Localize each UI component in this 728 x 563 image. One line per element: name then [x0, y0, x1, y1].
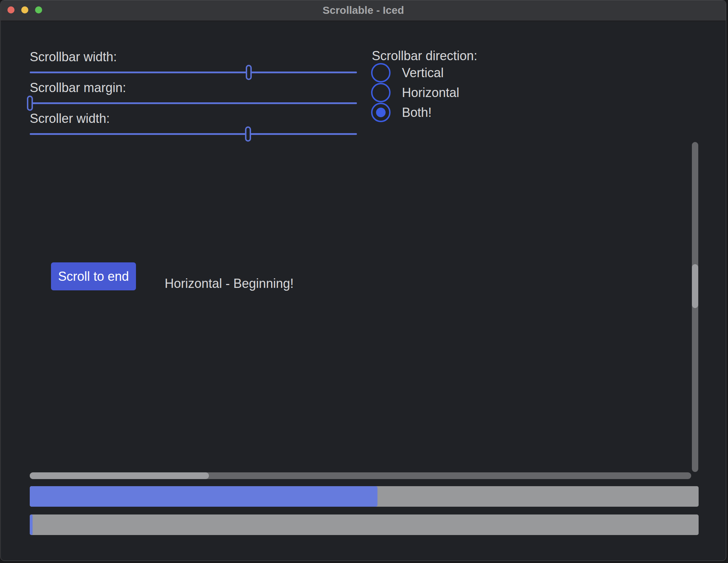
radio-both-circle[interactable]	[371, 103, 391, 122]
scroller-width-slider-handle[interactable]	[245, 126, 251, 142]
scrollbar-width-slider-track[interactable]	[30, 72, 357, 73]
app-window: Scrollable - Iced Scrollbar width:Scroll…	[0, 0, 726, 561]
scrollbar-direction-group: Scrollbar direction: VerticalHorizontalB…	[371, 50, 477, 123]
scroller-width-group: Scroller width:	[30, 111, 357, 142]
vertical-progress-bar	[30, 514, 699, 535]
vertical-scrollbar-thumb[interactable]	[692, 264, 698, 308]
vertical-scrollbar-track[interactable]	[692, 142, 698, 472]
radio-both-dot	[376, 108, 386, 117]
scroll-to-end-button[interactable]: Scroll to end	[51, 262, 136, 290]
scrollbar-width-group: Scrollbar width:	[30, 49, 357, 80]
horizontal-progress-bar	[30, 486, 699, 507]
vertical-progress-fill	[30, 514, 33, 535]
scrollbar-margin-slider[interactable]	[30, 96, 357, 111]
scrollbar-margin-label: Scrollbar margin:	[30, 80, 357, 96]
window-title: Scrollable - Iced	[1, 0, 726, 20]
slider-controls: Scrollbar width:Scrollbar margin:Scrolle…	[30, 49, 357, 142]
radio-horizontal[interactable]: Horizontal	[371, 83, 477, 102]
scrollbar-margin-slider-track[interactable]	[30, 102, 357, 104]
radio-horizontal-circle[interactable]	[371, 83, 391, 102]
scroller-width-slider-track[interactable]	[30, 133, 357, 135]
horizontal-scrollbar-track[interactable]	[30, 472, 691, 479]
radio-horizontal-label: Horizontal	[402, 85, 459, 100]
scrollbar-margin-group: Scrollbar margin:	[30, 80, 357, 111]
scrollbar-width-label: Scrollbar width:	[30, 49, 357, 65]
radio-both-label: Both!	[402, 105, 432, 120]
scroller-width-label: Scroller width:	[30, 111, 357, 126]
scroll-status-text: Horizontal - Beginning!	[165, 276, 294, 291]
radio-vertical[interactable]: Vertical	[371, 63, 477, 83]
scrollbar-width-slider-handle[interactable]	[246, 65, 252, 80]
window-titlebar[interactable]: Scrollable - Iced	[1, 0, 726, 21]
radio-vertical-label: Vertical	[402, 66, 444, 80]
horizontal-progress-fill	[30, 486, 377, 507]
scrollbar-direction-label: Scrollbar direction:	[372, 50, 477, 63]
radio-both[interactable]: Both!	[371, 103, 477, 122]
scroller-width-slider[interactable]	[30, 126, 357, 142]
horizontal-scrollbar-thumb[interactable]	[30, 472, 209, 479]
scrollbar-width-slider[interactable]	[30, 65, 357, 80]
scrollbar-margin-slider-handle[interactable]	[27, 96, 33, 111]
scrollbar-direction-options: VerticalHorizontalBoth!	[371, 63, 477, 122]
radio-vertical-circle[interactable]	[371, 63, 391, 83]
